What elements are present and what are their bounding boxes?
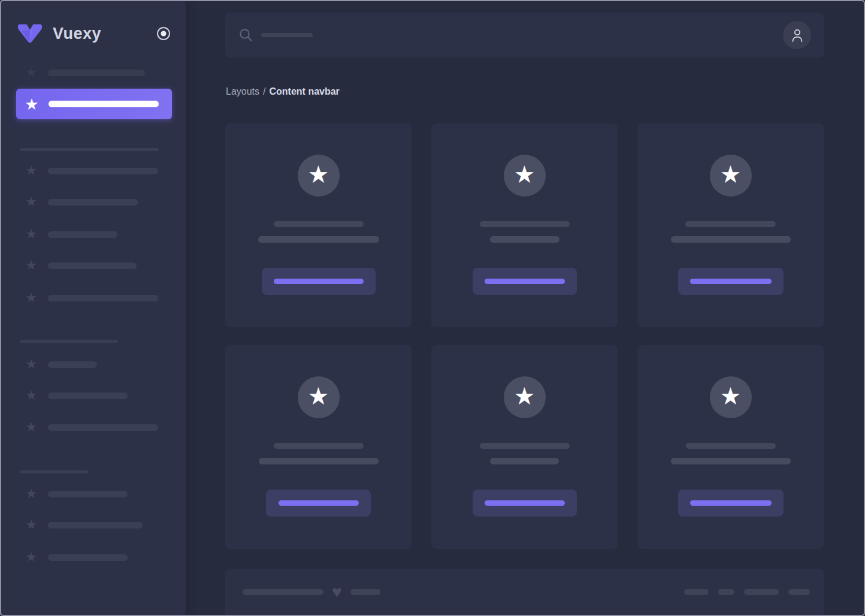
star-icon: ★ — [720, 153, 742, 195]
sidebar-pin-toggle[interactable] — [156, 26, 171, 41]
search-input-placeholder[interactable] — [261, 33, 313, 37]
card-title-skeleton — [685, 221, 776, 227]
sidebar-menu-item[interactable]: ★ — [0, 550, 186, 564]
card-subtitle-skeleton — [671, 458, 791, 464]
menu-item-label-skeleton — [48, 424, 158, 431]
sidebar-menu-item[interactable]: ★ — [0, 357, 186, 372]
search-icon[interactable] — [239, 28, 253, 42]
card-avatar-circle: ★ — [298, 155, 340, 197]
sidebar-menu-item[interactable]: ★ — [0, 227, 186, 241]
content-card: ★ — [225, 123, 412, 327]
menu-section-header-skeleton — [20, 148, 159, 151]
menu-item-label-skeleton — [48, 554, 128, 561]
card-title-skeleton — [274, 221, 364, 227]
menu-section-header-skeleton — [20, 340, 118, 343]
button-label-skeleton — [279, 500, 359, 506]
card-action-button[interactable] — [473, 268, 577, 295]
star-icon: ★ — [24, 96, 40, 112]
sidebar-menu-item-active[interactable]: ★ — [16, 89, 172, 119]
sidebar-menu-item[interactable]: ★ — [0, 388, 186, 403]
sidebar-menu-item[interactable]: ★ — [0, 164, 186, 178]
content-card: ★ — [431, 345, 618, 549]
sidebar-menu-item[interactable]: ★ — [0, 487, 186, 501]
star-icon: ★ — [24, 420, 38, 434]
radio-dot-icon — [156, 26, 171, 41]
content-card: ★ — [637, 345, 824, 549]
sidebar-menu-item[interactable]: ★ — [0, 258, 186, 273]
breadcrumb-current: Content navbar — [270, 86, 340, 97]
card-title-skeleton — [686, 443, 776, 449]
footer-link-skeleton[interactable] — [744, 589, 779, 595]
menu-item-label-skeleton — [48, 262, 137, 269]
button-label-skeleton — [690, 500, 772, 506]
content-card: ★ — [225, 345, 412, 549]
brand-name: Vuexy — [53, 25, 101, 43]
card-avatar-circle: ★ — [298, 376, 340, 418]
star-icon: ★ — [24, 357, 38, 372]
footer-card: ♥ — [225, 569, 824, 616]
card-action-button[interactable] — [266, 490, 371, 517]
menu-item-label-skeleton — [48, 361, 97, 368]
sidebar: Vuexy ★★★★★★★★★★★★★ — [0, 0, 186, 616]
menu-item-label-skeleton — [48, 70, 145, 76]
sidebar-menu-item[interactable]: ★ — [0, 291, 186, 305]
sidebar-menu-item[interactable]: ★ — [0, 65, 186, 80]
footer-links — [684, 589, 810, 595]
card-action-button[interactable] — [678, 268, 784, 295]
breadcrumb-parent[interactable]: Layouts — [226, 86, 259, 97]
card-action-button[interactable] — [473, 490, 577, 517]
star-icon: ★ — [514, 375, 536, 417]
star-icon: ★ — [24, 291, 38, 305]
top-navbar — [225, 13, 824, 58]
sidebar-menu-item[interactable]: ★ — [0, 420, 186, 434]
breadcrumb-separator: / — [263, 86, 265, 97]
menu-item-label-skeleton — [48, 522, 143, 529]
card-subtitle-skeleton — [259, 458, 379, 464]
menu-item-label-skeleton — [48, 491, 128, 497]
star-icon: ★ — [24, 227, 38, 241]
footer-link-skeleton[interactable] — [718, 589, 734, 595]
button-label-skeleton — [485, 500, 565, 506]
card-subtitle-skeleton — [671, 236, 791, 243]
card-subtitle-skeleton — [490, 458, 559, 464]
star-icon: ★ — [514, 153, 536, 195]
star-icon: ★ — [308, 375, 329, 417]
card-title-skeleton — [480, 443, 570, 449]
card-avatar-circle: ★ — [710, 376, 752, 418]
card-avatar-circle: ★ — [504, 155, 546, 197]
footer-text-skeleton — [350, 589, 380, 595]
star-icon: ★ — [24, 195, 38, 209]
person-icon — [791, 28, 804, 43]
heart-icon: ♥ — [332, 584, 342, 600]
star-icon: ★ — [308, 153, 329, 195]
star-icon: ★ — [720, 375, 742, 417]
menu-item-label-skeleton — [48, 199, 138, 206]
menu-section-header-skeleton — [20, 470, 88, 473]
button-label-skeleton — [690, 279, 772, 284]
card-grid: ★★★★★★ — [225, 123, 824, 549]
menu-item-label-skeleton — [48, 231, 117, 238]
card-title-skeleton — [480, 221, 570, 227]
brand: Vuexy — [18, 22, 171, 46]
footer-link-skeleton[interactable] — [684, 589, 709, 595]
card-subtitle-skeleton — [490, 236, 559, 243]
card-action-button[interactable] — [678, 490, 784, 517]
button-label-skeleton — [485, 279, 565, 284]
menu-item-label-skeleton — [48, 295, 158, 301]
menu-item-label-skeleton — [49, 101, 159, 107]
menu-item-label-skeleton — [48, 392, 128, 399]
sidebar-menu-item[interactable]: ★ — [0, 195, 186, 209]
card-avatar-circle: ★ — [710, 155, 752, 197]
star-icon: ★ — [24, 388, 38, 403]
star-icon: ★ — [24, 487, 38, 501]
footer-text-skeleton — [243, 589, 323, 595]
footer-link-skeleton[interactable] — [788, 589, 810, 595]
sidebar-menu-item[interactable]: ★ — [0, 518, 186, 532]
card-subtitle-skeleton — [258, 236, 379, 243]
star-icon: ★ — [24, 258, 38, 273]
star-icon: ★ — [24, 65, 38, 80]
user-avatar[interactable] — [783, 21, 811, 49]
card-action-button[interactable] — [262, 268, 376, 295]
content-card: ★ — [637, 123, 824, 327]
button-label-skeleton — [274, 279, 364, 284]
